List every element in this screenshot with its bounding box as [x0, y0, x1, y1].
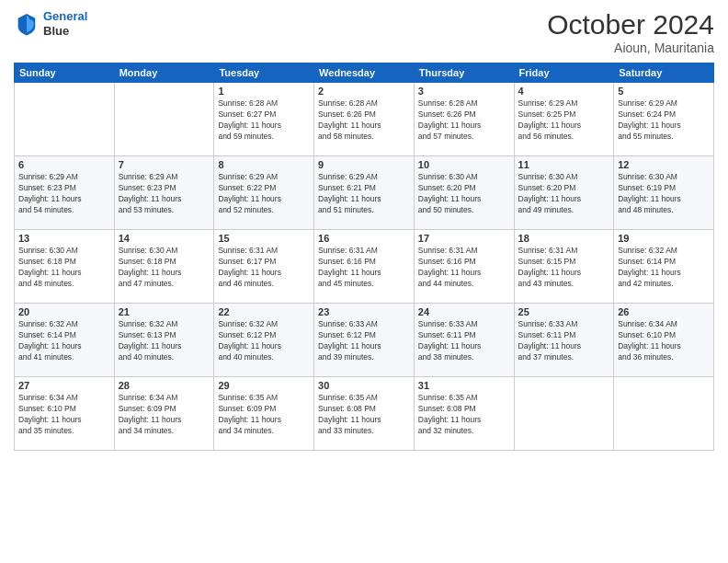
calendar-cell: 8Sunrise: 6:29 AM Sunset: 6:22 PM Daylig…: [214, 156, 314, 230]
calendar-cell: 2Sunrise: 6:28 AM Sunset: 6:26 PM Daylig…: [314, 83, 415, 156]
calendar-cell: 15Sunrise: 6:31 AM Sunset: 6:17 PM Dayli…: [214, 230, 314, 304]
day-info: Sunrise: 6:30 AM Sunset: 6:20 PM Dayligh…: [418, 172, 510, 216]
day-info: Sunrise: 6:30 AM Sunset: 6:20 PM Dayligh…: [518, 172, 610, 216]
day-info: Sunrise: 6:31 AM Sunset: 6:16 PM Dayligh…: [318, 246, 410, 290]
day-number: 7: [119, 159, 210, 170]
day-info: Sunrise: 6:28 AM Sunset: 6:26 PM Dayligh…: [318, 98, 410, 143]
day-number: 11: [518, 159, 610, 170]
day-number: 23: [318, 306, 410, 317]
day-info: Sunrise: 6:31 AM Sunset: 6:17 PM Dayligh…: [218, 246, 310, 290]
day-info: Sunrise: 6:29 AM Sunset: 6:25 PM Dayligh…: [518, 98, 610, 143]
day-number: 24: [418, 306, 510, 317]
day-number: 28: [119, 380, 210, 391]
day-number: 6: [18, 159, 110, 170]
calendar-cell: [114, 83, 214, 156]
calendar-cell: 22Sunrise: 6:32 AM Sunset: 6:12 PM Dayli…: [214, 304, 314, 377]
calendar-cell: [514, 377, 614, 451]
weekday-header: Friday: [514, 63, 614, 83]
calendar-cell: 30Sunrise: 6:35 AM Sunset: 6:08 PM Dayli…: [314, 377, 415, 451]
day-number: 19: [618, 233, 710, 244]
calendar-cell: 16Sunrise: 6:31 AM Sunset: 6:16 PM Dayli…: [314, 230, 415, 304]
calendar-week-row: 6Sunrise: 6:29 AM Sunset: 6:23 PM Daylig…: [15, 156, 714, 230]
calendar-cell: 14Sunrise: 6:30 AM Sunset: 6:18 PM Dayli…: [114, 230, 214, 304]
day-info: Sunrise: 6:31 AM Sunset: 6:16 PM Dayligh…: [418, 246, 510, 290]
day-number: 16: [318, 233, 410, 244]
weekday-header: Saturday: [614, 63, 714, 83]
calendar-cell: 6Sunrise: 6:29 AM Sunset: 6:23 PM Daylig…: [15, 156, 115, 230]
calendar-cell: 12Sunrise: 6:30 AM Sunset: 6:19 PM Dayli…: [614, 156, 714, 230]
day-number: 17: [418, 233, 510, 244]
calendar-cell: 24Sunrise: 6:33 AM Sunset: 6:11 PM Dayli…: [414, 304, 514, 377]
weekday-header: Sunday: [15, 63, 115, 83]
weekday-header: Thursday: [414, 63, 514, 83]
calendar-cell: 18Sunrise: 6:31 AM Sunset: 6:15 PM Dayli…: [514, 230, 614, 304]
day-number: 8: [218, 159, 310, 170]
day-number: 20: [18, 306, 110, 317]
day-info: Sunrise: 6:28 AM Sunset: 6:27 PM Dayligh…: [218, 98, 310, 143]
day-number: 18: [518, 233, 610, 244]
day-number: 27: [18, 380, 110, 391]
calendar-cell: 27Sunrise: 6:34 AM Sunset: 6:10 PM Dayli…: [15, 377, 115, 451]
day-info: Sunrise: 6:35 AM Sunset: 6:09 PM Dayligh…: [218, 393, 310, 437]
calendar-cell: 23Sunrise: 6:33 AM Sunset: 6:12 PM Dayli…: [314, 304, 415, 377]
day-info: Sunrise: 6:33 AM Sunset: 6:11 PM Dayligh…: [518, 319, 610, 363]
day-number: 29: [218, 380, 310, 391]
location-subtitle: Aioun, Mauritania: [547, 40, 714, 55]
calendar-week-row: 27Sunrise: 6:34 AM Sunset: 6:10 PM Dayli…: [15, 377, 714, 451]
day-number: 4: [518, 86, 610, 97]
day-number: 9: [318, 159, 410, 170]
calendar: SundayMondayTuesdayWednesdayThursdayFrid…: [14, 63, 714, 451]
day-info: Sunrise: 6:32 AM Sunset: 6:14 PM Dayligh…: [618, 246, 710, 290]
calendar-cell: 13Sunrise: 6:30 AM Sunset: 6:18 PM Dayli…: [15, 230, 115, 304]
day-number: 15: [218, 233, 310, 244]
day-info: Sunrise: 6:33 AM Sunset: 6:12 PM Dayligh…: [318, 319, 410, 363]
day-info: Sunrise: 6:35 AM Sunset: 6:08 PM Dayligh…: [418, 393, 510, 437]
day-info: Sunrise: 6:30 AM Sunset: 6:18 PM Dayligh…: [119, 246, 210, 290]
day-info: Sunrise: 6:29 AM Sunset: 6:23 PM Dayligh…: [119, 172, 210, 216]
day-info: Sunrise: 6:32 AM Sunset: 6:14 PM Dayligh…: [18, 319, 110, 363]
header: General Blue October 2024 Aioun, Maurita…: [14, 9, 714, 55]
weekday-header: Wednesday: [314, 63, 415, 83]
day-number: 22: [218, 306, 310, 317]
calendar-cell: 29Sunrise: 6:35 AM Sunset: 6:09 PM Dayli…: [214, 377, 314, 451]
day-info: Sunrise: 6:28 AM Sunset: 6:26 PM Dayligh…: [418, 98, 510, 143]
day-info: Sunrise: 6:34 AM Sunset: 6:10 PM Dayligh…: [18, 393, 110, 437]
day-info: Sunrise: 6:30 AM Sunset: 6:19 PM Dayligh…: [618, 172, 710, 216]
calendar-cell: 31Sunrise: 6:35 AM Sunset: 6:08 PM Dayli…: [414, 377, 514, 451]
day-info: Sunrise: 6:32 AM Sunset: 6:13 PM Dayligh…: [119, 319, 210, 363]
calendar-cell: 1Sunrise: 6:28 AM Sunset: 6:27 PM Daylig…: [214, 83, 314, 156]
calendar-cell: 21Sunrise: 6:32 AM Sunset: 6:13 PM Dayli…: [114, 304, 214, 377]
day-info: Sunrise: 6:29 AM Sunset: 6:22 PM Dayligh…: [218, 172, 310, 216]
weekday-header: Tuesday: [214, 63, 314, 83]
day-info: Sunrise: 6:30 AM Sunset: 6:18 PM Dayligh…: [18, 246, 110, 290]
title-section: October 2024 Aioun, Mauritania: [547, 9, 714, 55]
day-number: 26: [618, 306, 710, 317]
day-number: 31: [418, 380, 510, 391]
calendar-week-row: 1Sunrise: 6:28 AM Sunset: 6:27 PM Daylig…: [15, 83, 714, 156]
calendar-cell: 4Sunrise: 6:29 AM Sunset: 6:25 PM Daylig…: [514, 83, 614, 156]
calendar-cell: 19Sunrise: 6:32 AM Sunset: 6:14 PM Dayli…: [614, 230, 714, 304]
day-number: 10: [418, 159, 510, 170]
calendar-cell: 11Sunrise: 6:30 AM Sunset: 6:20 PM Dayli…: [514, 156, 614, 230]
day-number: 1: [218, 86, 310, 97]
logo-text: General Blue: [43, 9, 87, 38]
weekday-header-row: SundayMondayTuesdayWednesdayThursdayFrid…: [15, 63, 714, 83]
day-number: 21: [119, 306, 210, 317]
day-number: 14: [119, 233, 210, 244]
day-info: Sunrise: 6:29 AM Sunset: 6:23 PM Dayligh…: [18, 172, 110, 216]
day-number: 25: [518, 306, 610, 317]
day-info: Sunrise: 6:29 AM Sunset: 6:21 PM Dayligh…: [318, 172, 410, 216]
calendar-cell: 9Sunrise: 6:29 AM Sunset: 6:21 PM Daylig…: [314, 156, 415, 230]
calendar-cell: 5Sunrise: 6:29 AM Sunset: 6:24 PM Daylig…: [614, 83, 714, 156]
day-info: Sunrise: 6:34 AM Sunset: 6:09 PM Dayligh…: [119, 393, 210, 437]
calendar-cell: 25Sunrise: 6:33 AM Sunset: 6:11 PM Dayli…: [514, 304, 614, 377]
day-number: 12: [618, 159, 710, 170]
day-info: Sunrise: 6:35 AM Sunset: 6:08 PM Dayligh…: [318, 393, 410, 437]
day-number: 3: [418, 86, 510, 97]
calendar-cell: 17Sunrise: 6:31 AM Sunset: 6:16 PM Dayli…: [414, 230, 514, 304]
calendar-cell: 28Sunrise: 6:34 AM Sunset: 6:09 PM Dayli…: [114, 377, 214, 451]
calendar-week-row: 13Sunrise: 6:30 AM Sunset: 6:18 PM Dayli…: [15, 230, 714, 304]
calendar-cell: 7Sunrise: 6:29 AM Sunset: 6:23 PM Daylig…: [114, 156, 214, 230]
calendar-cell: 10Sunrise: 6:30 AM Sunset: 6:20 PM Dayli…: [414, 156, 514, 230]
day-number: 2: [318, 86, 410, 97]
